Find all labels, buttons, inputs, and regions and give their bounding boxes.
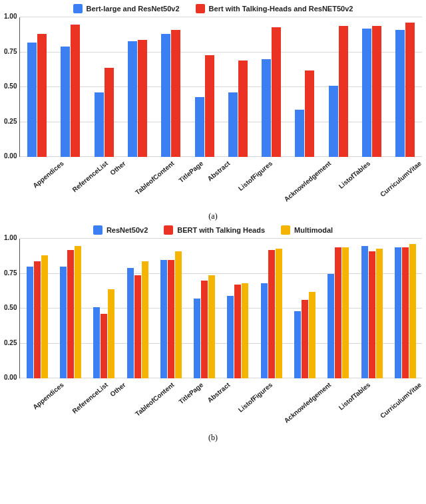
bar [75, 246, 81, 379]
bar [142, 261, 148, 378]
y-axis-b: 1.000.750.500.250.00 [4, 239, 19, 378]
bar [369, 251, 375, 378]
bar [61, 47, 70, 157]
bar [34, 261, 41, 378]
legend-swatch-b-0 [93, 225, 103, 235]
bar [361, 246, 368, 379]
chart-b: ResNet50v2 BERT with Talking Heads Multi… [4, 225, 422, 443]
legend-label-b-0: ResNet50v2 [106, 226, 148, 234]
bar [227, 296, 234, 378]
bar-group [87, 289, 120, 378]
legend-item-b-0: ResNet50v2 [93, 225, 148, 235]
bar [335, 247, 341, 378]
bar [395, 30, 405, 157]
bar [160, 260, 167, 379]
bar [339, 26, 348, 157]
bar [41, 255, 48, 378]
bar [201, 281, 208, 378]
bar [234, 285, 241, 378]
x-axis-b: AppendicesReferenceListOtherTableofConte… [23, 378, 422, 432]
bar [27, 267, 33, 378]
bar [309, 292, 316, 378]
bar [294, 311, 301, 378]
bar [175, 251, 182, 378]
bar-group [188, 55, 221, 157]
legend-label-b-1: BERT with Talking Heads [177, 226, 265, 234]
bar [276, 249, 282, 378]
bar [195, 97, 204, 157]
bar [372, 26, 381, 157]
bar [128, 41, 137, 157]
bar-group [288, 70, 321, 157]
bar [171, 30, 180, 157]
bar-group [321, 247, 355, 378]
bar [376, 249, 383, 378]
bar-group [20, 255, 53, 378]
bar-group [188, 275, 221, 378]
y-axis-a: 1.000.750.500.250.00 [4, 17, 19, 157]
bar-group [255, 249, 288, 378]
bar [409, 244, 416, 378]
bar-group [87, 68, 120, 157]
bar [238, 61, 248, 157]
bar-group [355, 26, 388, 157]
bar-group [20, 34, 53, 157]
bar [329, 86, 338, 157]
bar [295, 110, 304, 157]
bar-group [389, 244, 422, 378]
x-axis-a: AppendicesReferenceListOtherTableofConte… [23, 157, 422, 210]
bar [161, 34, 170, 157]
bar-group [120, 261, 154, 378]
bar-group [255, 27, 288, 157]
bar [327, 274, 334, 379]
plot-area-a [19, 17, 422, 157]
bar [93, 307, 100, 378]
bar [27, 43, 37, 157]
bar [37, 34, 47, 157]
bar [138, 40, 147, 157]
bar [194, 299, 200, 378]
bar [67, 250, 74, 378]
bar [405, 23, 415, 157]
bar [208, 275, 215, 378]
bar-group [154, 251, 188, 378]
bar [302, 300, 308, 378]
bar [168, 260, 174, 379]
bar [105, 68, 114, 157]
bar [205, 55, 214, 157]
plot-row-b: 1.000.750.500.250.00 [4, 239, 422, 378]
bar [71, 25, 80, 158]
bar [261, 283, 268, 378]
bar [228, 92, 238, 157]
legend-label-a-0: Bert-large and ResNet50v2 [87, 5, 180, 13]
bar [395, 247, 401, 378]
bar [242, 283, 248, 378]
legend-item-a-1: Bert with Talking-Heads and ResNET50v2 [196, 4, 353, 13]
bar [127, 268, 134, 378]
plot-row-a: 1.000.750.500.250.00 [4, 17, 422, 157]
legend-swatch-a-0 [73, 4, 83, 13]
bars-container-a [20, 17, 422, 157]
bar [262, 59, 271, 157]
bars-container-b [20, 239, 422, 378]
bar [272, 27, 281, 157]
legend-label-a-1: Bert with Talking-Heads and ResNET50v2 [209, 5, 353, 13]
chart-a: Bert-large and ResNet50v2 Bert with Talk… [4, 4, 422, 221]
bar [60, 267, 67, 378]
legend-a: Bert-large and ResNet50v2 Bert with Talk… [4, 4, 422, 13]
bar-group [120, 40, 154, 157]
bar-group [321, 26, 355, 157]
bar-group [54, 25, 87, 158]
bar [305, 70, 314, 157]
plot-area-b [19, 239, 422, 378]
bar-group [288, 292, 321, 378]
bar-group [221, 61, 254, 157]
legend-item-a-0: Bert-large and ResNet50v2 [73, 4, 180, 13]
legend-item-b-1: BERT with Talking Heads [164, 225, 265, 235]
bar [402, 247, 409, 378]
bar [362, 29, 371, 157]
bar-group [54, 246, 87, 379]
bar-group [355, 246, 388, 379]
bar [342, 247, 349, 378]
bar-group [389, 23, 422, 157]
